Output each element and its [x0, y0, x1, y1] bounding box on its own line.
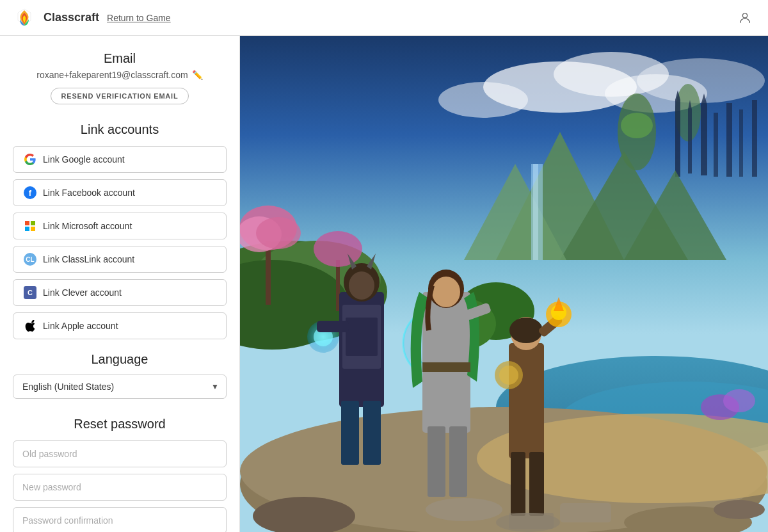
svg-point-12 [637, 58, 765, 103]
svg-point-79 [499, 366, 518, 385]
svg-rect-20 [701, 105, 707, 175]
link-microsoft-label: Link Microsoft account [43, 221, 132, 231]
svg-rect-57 [317, 321, 349, 332]
svg-point-11 [438, 82, 528, 118]
svg-point-73 [509, 318, 543, 343]
svg-rect-24 [739, 109, 743, 177]
link-clever-button[interactable]: C Link Clever account [13, 279, 227, 306]
svg-text:C: C [28, 289, 33, 296]
link-accounts-title: Link accounts [13, 122, 227, 137]
svg-point-38 [256, 217, 301, 249]
main-content: Email roxane+fakeparent19@classcraft.com… [0, 36, 768, 532]
svg-point-90 [723, 389, 755, 412]
svg-rect-59 [363, 401, 381, 465]
link-apple-label: Link Apple account [43, 321, 118, 331]
user-menu-icon[interactable] [735, 8, 755, 28]
reset-password-title: Reset password [13, 417, 227, 431]
svg-rect-31 [533, 164, 538, 260]
svg-point-56 [349, 271, 374, 300]
link-google-button[interactable]: Link Google account [13, 146, 227, 173]
header-left: Classcraft Return to Game [13, 6, 171, 29]
new-password-input[interactable] [13, 474, 227, 501]
link-classlink-button[interactable]: CL Link ClassLink account [13, 246, 227, 273]
email-section-title: Email [13, 51, 227, 66]
svg-point-85 [426, 498, 502, 521]
right-panel-game-image [240, 36, 768, 532]
link-clever-label: Link Clever account [43, 287, 122, 298]
svg-rect-22 [714, 113, 718, 177]
apple-icon [24, 319, 36, 332]
reset-password-section: Reset password SAVE [13, 417, 227, 532]
email-value: roxane+fakeparent19@classcraft.com [36, 70, 188, 80]
left-panel: Email roxane+fakeparent19@classcraft.com… [0, 36, 240, 532]
svg-rect-87 [560, 503, 611, 522]
svg-rect-71 [509, 343, 544, 458]
edit-email-icon[interactable]: ✏️ [192, 70, 203, 80]
svg-rect-16 [675, 100, 680, 177]
resend-verification-button[interactable]: RESEND VERIFICATION EMAIL [51, 88, 189, 104]
svg-rect-81 [529, 452, 544, 516]
link-facebook-label: Link Facebook account [43, 188, 135, 198]
svg-text:CL: CL [26, 256, 34, 263]
svg-rect-70 [449, 426, 467, 497]
svg-rect-88 [509, 513, 554, 529]
return-to-game-link[interactable]: Return to Game [107, 13, 171, 23]
svg-point-14 [621, 113, 653, 138]
language-title: Language [13, 352, 227, 367]
header: Classcraft Return to Game [0, 0, 768, 36]
facebook-icon: f [24, 186, 36, 199]
language-select[interactable]: English (United States) French Spanish P… [13, 375, 227, 399]
svg-rect-69 [428, 426, 445, 497]
svg-point-67 [432, 277, 460, 307]
svg-rect-23 [726, 103, 732, 177]
link-apple-button[interactable]: Link Apple account [13, 312, 227, 339]
classlink-icon: CL [24, 253, 36, 266]
svg-point-40 [314, 231, 362, 267]
old-password-input[interactable] [13, 440, 227, 467]
svg-rect-58 [341, 401, 359, 465]
svg-rect-18 [688, 109, 692, 173]
link-accounts-section: Link accounts Link Google account f [13, 122, 227, 339]
confirm-password-input[interactable] [13, 507, 227, 532]
microsoft-icon [24, 220, 36, 232]
link-google-label: Link Google account [43, 154, 125, 165]
svg-rect-25 [752, 100, 757, 177]
email-display: roxane+fakeparent19@classcraft.com ✏️ [13, 70, 227, 80]
google-icon [24, 153, 36, 166]
email-section: Email roxane+fakeparent19@classcraft.com… [13, 51, 227, 104]
clever-icon: C [24, 286, 36, 299]
svg-rect-50 [346, 318, 378, 356]
classcraft-logo-text: Classcraft [44, 11, 99, 24]
svg-rect-65 [422, 362, 470, 372]
link-classlink-label: Link ClassLink account [43, 254, 134, 264]
svg-point-84 [714, 500, 765, 519]
language-section: Language English (United States) French … [13, 352, 227, 399]
svg-rect-80 [511, 452, 525, 516]
link-microsoft-button[interactable]: Link Microsoft account [13, 213, 227, 239]
language-select-wrapper: English (United States) French Spanish P… [13, 375, 227, 399]
classcraft-logo-icon [13, 6, 36, 29]
link-facebook-button[interactable]: f Link Facebook account [13, 179, 227, 206]
svg-point-2 [742, 13, 747, 17]
